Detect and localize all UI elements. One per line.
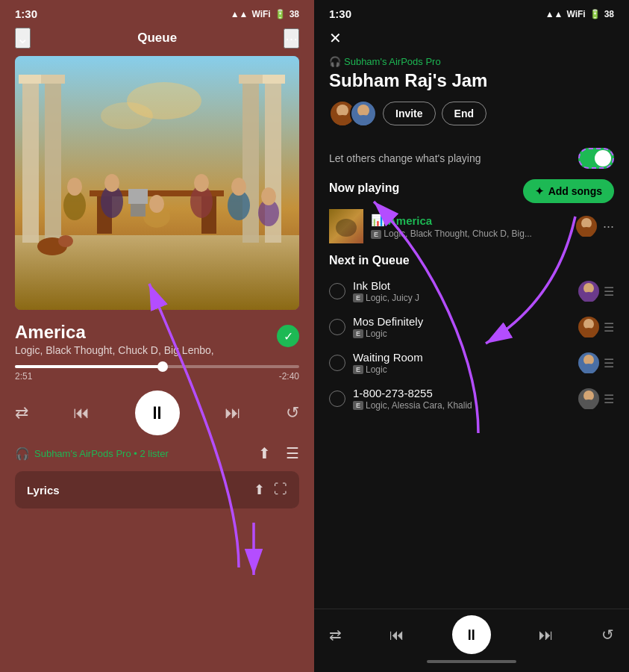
song-info: America Logic, Black Thought, Chuck D, B… [0, 310, 314, 362]
queue-item: 1-800-273-8255 E Logic, Alessia Cara, Kh… [329, 381, 614, 417]
invite-button[interactable]: Invite [383, 102, 436, 125]
bottom-shuffle-button[interactable]: ⇄ [329, 626, 342, 644]
svg-rect-3 [22, 78, 39, 243]
svg-point-36 [354, 115, 372, 125]
progress-thumb [157, 361, 168, 372]
explicit-badge-3: E [353, 365, 363, 374]
next-button[interactable]: ⏭ [225, 403, 241, 423]
queue-item-right: ☰ [578, 388, 614, 409]
lyrics-expand-icon[interactable]: ⛶ [274, 482, 287, 498]
share-icon[interactable]: ⬆ [258, 444, 271, 462]
svg-point-25 [58, 235, 73, 247]
explicit-badge-1: E [353, 293, 363, 302]
queue-item-artist: E Logic [353, 364, 571, 375]
right-battery-icon: 🔋 [589, 9, 601, 19]
artist-text-3: Logic [366, 364, 387, 375]
track-name: America [388, 214, 432, 227]
chevron-down-button[interactable]: ⌄ [15, 28, 31, 49]
next-queue-section: Next in Queue Ink Blot E Logic, Juicy J … [314, 248, 629, 609]
let-others-text: Let others change what's playing [329, 152, 481, 164]
now-playing-row: 📊 America E Logic, Black Thought, Chuck … [329, 209, 614, 243]
svg-rect-9 [261, 75, 285, 84]
jam-airpods-text: Subham's AirPods Pro [344, 56, 441, 67]
right-status-icons: ▲▲ WiFi 🔋 38 [545, 9, 614, 19]
drag-handle-3[interactable]: ☰ [604, 356, 614, 370]
svg-point-41 [583, 283, 594, 293]
repeat-button[interactable]: ↺ [286, 403, 299, 423]
svg-point-45 [583, 355, 594, 365]
queue-item-title: Mos Definitely [353, 315, 571, 328]
artist-text-2: Logic [366, 329, 387, 339]
track-more-button[interactable]: ··· [603, 219, 614, 234]
queue-item-info: Waiting Room E Logic [353, 351, 571, 375]
queue-radio-4[interactable] [329, 391, 345, 407]
previous-button[interactable]: ⏮ [73, 403, 90, 423]
explicit-badge-4: E [353, 401, 363, 410]
right-panel: 1:30 ▲▲ WiFi 🔋 38 ✕ 🎧 Subham's AirPods P… [314, 0, 629, 672]
svg-point-21 [194, 174, 209, 192]
progress-bar[interactable] [15, 365, 299, 368]
bottom-pause-button[interactable]: ⏸ [452, 615, 491, 654]
drag-handle-4[interactable]: ☰ [604, 392, 614, 406]
now-playing-avatar [576, 216, 597, 237]
end-button[interactable]: End [442, 102, 486, 125]
toggle-thumb [595, 150, 611, 167]
elapsed-time: 2:51 [15, 371, 32, 382]
lyrics-share-icon[interactable]: ⬆ [254, 482, 265, 498]
bottom-player: ⇄ ⏮ ⏸ ⏭ ↺ [314, 609, 629, 672]
shuffle-button[interactable]: ⇄ [15, 403, 28, 423]
jam-title: Subham Raj's Jam [329, 70, 614, 91]
bottom-bar: 🎧 Subham's AirPods Pro • 2 lister ⬆ ☰ [0, 441, 314, 465]
signal-icon: ▲▲ [231, 9, 248, 19]
queue-item: Mos Definitely E Logic ☰ [329, 309, 614, 345]
now-playing-info: 📊 America E Logic, Black Thought, Chuck … [371, 214, 569, 239]
song-artists: Logic, Black Thought, Chuck D, Big Lenbo… [15, 344, 214, 356]
jam-airpods-label: 🎧 Subham's AirPods Pro [329, 56, 614, 67]
pause-button[interactable]: ⏸ [135, 391, 180, 435]
queue-avatar-4 [578, 388, 599, 409]
right-battery-level: 38 [604, 9, 614, 19]
queue-item-right: ☰ [578, 281, 614, 302]
progress-container: 2:51 -2:40 [0, 362, 314, 385]
artist-text-1: Logic, Juicy J [366, 293, 419, 303]
bottom-previous-button[interactable]: ⏮ [389, 626, 404, 644]
queue-radio-2[interactable] [329, 319, 345, 335]
progress-fill [15, 365, 163, 368]
liked-icon[interactable]: ✓ [277, 325, 299, 347]
right-header: ✕ [314, 25, 629, 52]
queue-item-info: 1-800-273-8255 E Logic, Alessia Cara, Kh… [353, 387, 571, 411]
svg-point-33 [337, 105, 348, 116]
svg-rect-4 [45, 78, 61, 243]
let-others-row: Let others change what's playing [314, 143, 629, 176]
now-playing-right: ··· [576, 216, 614, 237]
now-playing-section: Now playing ✦ Add songs 📊 America E Logi… [314, 176, 629, 248]
queue-radio-3[interactable] [329, 355, 345, 371]
right-wifi-icon: WiFi [566, 9, 585, 19]
now-playing-title: 📊 America [371, 214, 569, 227]
close-button[interactable]: ✕ [329, 29, 342, 47]
more-options-button[interactable]: ··· [284, 28, 299, 49]
svg-point-15 [67, 178, 82, 196]
svg-point-46 [581, 364, 596, 373]
queue-radio-1[interactable] [329, 283, 345, 299]
drag-handle-2[interactable]: ☰ [604, 320, 614, 335]
bottom-next-button[interactable]: ⏭ [539, 626, 554, 644]
right-time: 1:30 [329, 7, 351, 20]
queue-item-artist: E Logic [353, 329, 571, 339]
battery-level: 38 [290, 9, 299, 19]
now-playing-label: Now playing [329, 181, 399, 195]
artist-text-4: Logic, Alessia Cara, Khalid [366, 400, 472, 411]
queue-item-title: Waiting Room [353, 351, 571, 364]
queue-item-right: ☰ [578, 317, 614, 337]
svg-point-42 [581, 292, 596, 302]
svg-point-48 [581, 399, 596, 409]
svg-rect-23 [128, 189, 148, 204]
svg-rect-10 [239, 75, 263, 84]
lyrics-bar[interactable]: Lyrics ⬆ ⛶ [15, 471, 299, 508]
song-title: America [15, 322, 214, 343]
bottom-repeat-button[interactable]: ↺ [601, 626, 614, 644]
add-songs-button[interactable]: ✦ Add songs [523, 179, 614, 203]
queue-icon[interactable]: ☰ [286, 444, 299, 462]
drag-handle-1[interactable]: ☰ [604, 284, 614, 299]
let-others-toggle[interactable] [578, 148, 614, 169]
